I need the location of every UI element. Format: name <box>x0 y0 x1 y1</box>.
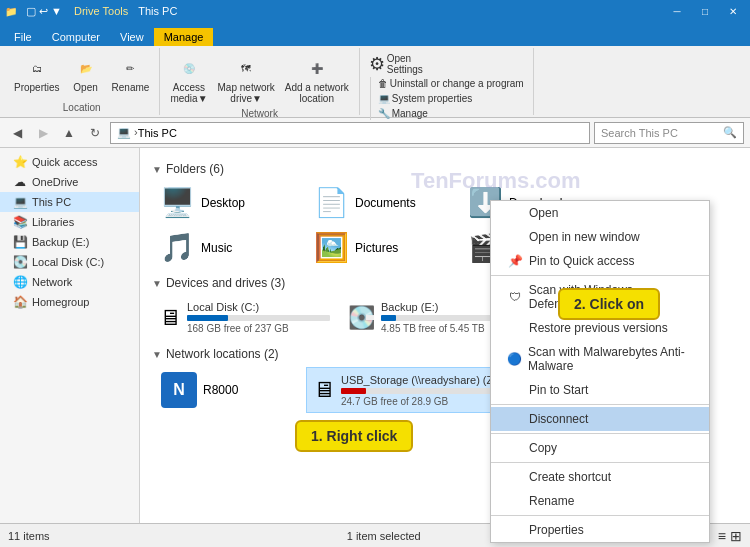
network-r8000[interactable]: N R8000 <box>152 367 302 413</box>
map-network-icon: 🗺 <box>232 54 260 82</box>
system-props-icon: 💻 <box>378 93 390 104</box>
desktop-icon: 🖥️ <box>160 186 195 219</box>
ctx-create-shortcut[interactable]: Create shortcut <box>491 465 709 489</box>
grid-view-icon[interactable]: ⊞ <box>730 528 742 544</box>
folder-pictures[interactable]: 🖼️ Pictures <box>306 227 456 268</box>
maximize-button[interactable]: □ <box>692 2 718 20</box>
open-settings-button[interactable]: ⚙ OpenSettings <box>366 52 426 76</box>
ribbon-tab-bar: File Computer View Manage <box>0 22 750 46</box>
ctx-divider-2 <box>491 404 709 405</box>
sidebar: ⭐ Quick access ☁ OneDrive 💻 This PC 📚 Li… <box>0 148 140 523</box>
address-bar: ◀ ▶ ▲ ↻ 💻 › This PC Search This PC 🔍 <box>0 118 750 148</box>
folder-music[interactable]: 🎵 Music <box>152 227 302 268</box>
sidebar-item-onedrive[interactable]: ☁ OneDrive <box>0 172 139 192</box>
ctx-open[interactable]: Open <box>491 201 709 225</box>
access-media-icon: 💿 <box>175 54 203 82</box>
open-button[interactable]: 📂 Open <box>66 52 106 95</box>
ctx-scan-malwarebytes[interactable]: 🔵 Scan with Malwarebytes Anti-Malware <box>491 340 709 378</box>
sidebar-item-backupe[interactable]: 💾 Backup (E:) <box>0 232 139 252</box>
ribbon-context-label: Drive Tools <box>74 5 128 17</box>
add-network-button[interactable]: ➕ Add a networklocation <box>281 52 353 106</box>
forward-button[interactable]: ▶ <box>32 122 54 144</box>
ctx-divider-5 <box>491 515 709 516</box>
folder-desktop[interactable]: 🖥️ Desktop <box>152 182 302 223</box>
list-view-icon[interactable]: ≡ <box>718 528 726 544</box>
uninstall-button[interactable]: 🗑 Uninstall or change a program <box>375 77 527 90</box>
quickaccess-icon: ⭐ <box>12 154 28 170</box>
uninstall-icon: 🗑 <box>378 78 388 89</box>
context-menu: Open Open in new window 📌 Pin to Quick a… <box>490 200 710 543</box>
tab-manage[interactable]: Manage <box>154 28 214 46</box>
properties-icon: 🗂 <box>23 54 51 82</box>
rename-icon: ✏ <box>116 54 144 82</box>
close-button[interactable]: ✕ <box>720 2 746 20</box>
ctx-malware-icon: 🔵 <box>507 352 522 366</box>
drive-c-icon: 🖥 <box>159 305 181 331</box>
title-bar: 📁 ▢ ↩ ▼ Drive Tools This PC ─ □ ✕ <box>0 0 750 22</box>
sidebar-item-thispc[interactable]: 💻 This PC <box>0 192 139 212</box>
system-props-button[interactable]: 💻 System properties <box>375 92 527 105</box>
system-right-buttons: 🗑 Uninstall or change a program 💻 System… <box>370 77 527 120</box>
usb-storage[interactable]: 🖥 USB_Storage (\\readyshare) (Z:) 24.7 G… <box>306 367 516 413</box>
drive-e-icon: 💽 <box>348 305 375 331</box>
manage-button[interactable]: 🔧 Manage <box>375 107 527 120</box>
ctx-open-new-window[interactable]: Open in new window <box>491 225 709 249</box>
title-label: This PC <box>138 5 177 17</box>
sidebar-item-homegroup[interactable]: 🏠 Homegroup <box>0 292 139 312</box>
usb-bar-bg <box>341 388 509 394</box>
folders-section-header: ▼ Folders (6) <box>152 162 738 176</box>
ctx-properties[interactable]: Properties <box>491 518 709 542</box>
sidebar-item-libraries[interactable]: 📚 Libraries <box>0 212 139 232</box>
ctx-pin-quickaccess[interactable]: 📌 Pin to Quick access <box>491 249 709 273</box>
selection-info: 1 item selected <box>347 530 421 542</box>
ctx-copy[interactable]: Copy <box>491 436 709 460</box>
folders-arrow: ▼ <box>152 164 162 175</box>
app-icon: 📁 <box>4 4 18 18</box>
libraries-icon: 📚 <box>12 214 28 230</box>
drive-c-bar-bg <box>187 315 330 321</box>
search-box[interactable]: Search This PC 🔍 <box>594 122 744 144</box>
rename-button[interactable]: ✏ Rename <box>108 52 154 95</box>
onedrive-icon: ☁ <box>12 174 28 190</box>
sidebar-item-network[interactable]: 🌐 Network <box>0 272 139 292</box>
usb-icon: 🖥 <box>313 377 335 403</box>
tab-view[interactable]: View <box>110 28 154 46</box>
music-icon: 🎵 <box>160 231 195 264</box>
drives-arrow: ▼ <box>152 278 162 289</box>
sidebar-item-localc[interactable]: 💽 Local Disk (C:) <box>0 252 139 272</box>
drive-c[interactable]: 🖥 Local Disk (C:) 168 GB free of 237 GB <box>152 296 337 339</box>
quick-access-toolbar: ▢ ↩ ▼ <box>26 5 62 18</box>
tab-file[interactable]: File <box>4 28 42 46</box>
folder-documents[interactable]: 📄 Documents <box>306 182 456 223</box>
documents-icon: 📄 <box>314 186 349 219</box>
backupe-icon: 💾 <box>12 234 28 250</box>
minimize-button[interactable]: ─ <box>664 2 690 20</box>
ctx-divider-3 <box>491 433 709 434</box>
properties-button[interactable]: 🗂 Properties <box>10 52 64 95</box>
add-network-icon: ➕ <box>303 54 331 82</box>
ctx-disconnect[interactable]: Disconnect <box>491 407 709 431</box>
homegroup-icon: 🏠 <box>12 294 28 310</box>
sidebar-item-quickaccess[interactable]: ⭐ Quick access <box>0 152 139 172</box>
back-button[interactable]: ◀ <box>6 122 28 144</box>
callout-right-click: 1. Right click <box>295 420 413 452</box>
ctx-pin-start[interactable]: Pin to Start <box>491 378 709 402</box>
usb-bar-fill <box>341 388 366 394</box>
drive-e-bar-fill <box>381 315 396 321</box>
tab-computer[interactable]: Computer <box>42 28 110 46</box>
pictures-icon: 🖼️ <box>314 231 349 264</box>
items-count: 11 items <box>8 530 50 542</box>
search-icon: 🔍 <box>723 126 737 139</box>
ctx-defender-icon: 🛡 <box>507 290 523 304</box>
ribbon-group-network: 💿 Accessmedia▼ 🗺 Map networkdrive▼ ➕ Add… <box>160 48 359 115</box>
map-network-button[interactable]: 🗺 Map networkdrive▼ <box>214 52 279 106</box>
access-media-button[interactable]: 💿 Accessmedia▼ <box>166 52 211 106</box>
network-icon: 🌐 <box>12 274 28 290</box>
thispc-icon: 💻 <box>12 194 28 210</box>
address-input[interactable]: 💻 › This PC <box>110 122 590 144</box>
ctx-divider-4 <box>491 462 709 463</box>
refresh-button[interactable]: ↻ <box>84 122 106 144</box>
up-button[interactable]: ▲ <box>58 122 80 144</box>
ctx-rename[interactable]: Rename <box>491 489 709 513</box>
ctx-divider-1 <box>491 275 709 276</box>
